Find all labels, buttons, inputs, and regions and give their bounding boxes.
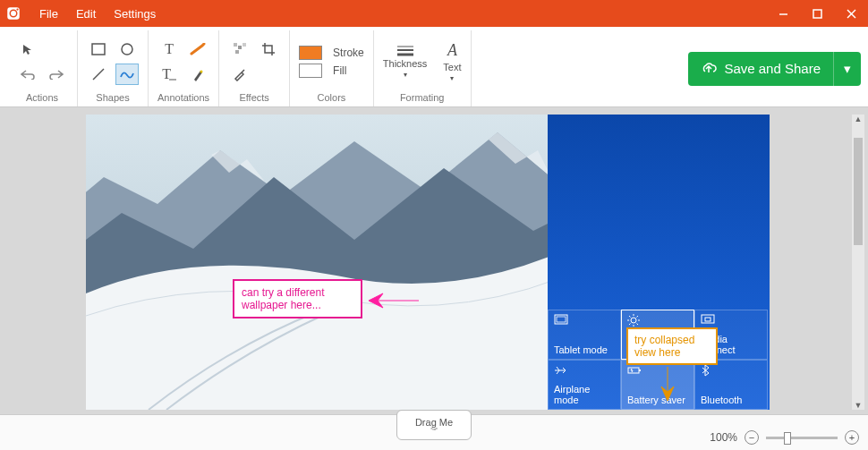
canvas-area: Tablet mode Display Media connect Airpla… (0, 107, 868, 414)
vertical-scrollbar[interactable]: ▲ ▼ (852, 115, 864, 410)
zoom-slider[interactable] (766, 437, 838, 439)
fill-swatch[interactable] (299, 64, 322, 78)
close-button[interactable] (834, 0, 868, 27)
zoom-in-button[interactable]: + (845, 430, 859, 445)
save-and-share-button[interactable]: Save and Share ▾ (688, 52, 861, 86)
pointer-tool[interactable] (16, 38, 39, 60)
svg-rect-32 (628, 368, 639, 373)
maximize-button[interactable] (800, 0, 834, 27)
eyedropper-tool[interactable] (228, 64, 251, 85)
svg-line-9 (93, 69, 104, 80)
svg-rect-13 (238, 46, 242, 49)
group-shapes: Shapes (78, 30, 149, 106)
group-label: Shapes (96, 92, 129, 103)
annotation-callout-2[interactable]: try collapsed view here (626, 327, 718, 365)
stroke-swatch[interactable] (299, 46, 322, 60)
menu-settings[interactable]: Settings (106, 4, 163, 24)
cloud-upload-icon (701, 61, 717, 77)
title-bar: File Edit Settings (0, 0, 868, 27)
pixelate-tool[interactable] (228, 38, 251, 60)
freehand-tool[interactable] (115, 64, 139, 85)
svg-rect-33 (639, 369, 641, 371)
group-annotations: T T Annotations (149, 30, 219, 106)
group-label: Actions (26, 92, 58, 103)
zoom-slider-thumb[interactable] (784, 432, 791, 445)
svg-point-8 (122, 44, 132, 55)
tile-bluetooth[interactable]: Bluetooth (694, 360, 768, 410)
chevron-down-icon: ▾ (404, 71, 407, 79)
group-label: Formating (400, 92, 445, 103)
app-icon (0, 0, 27, 27)
line-tool[interactable] (87, 64, 110, 85)
bluetooth-icon (701, 364, 762, 379)
svg-point-2 (16, 8, 18, 10)
text-highlight-tool[interactable]: T (157, 64, 181, 85)
thickness-dropdown[interactable]: Thickness ▾ (383, 44, 428, 79)
ribbon-toolbar: Actions Shapes T T Annotations (0, 27, 868, 107)
redo-button[interactable] (45, 64, 68, 85)
svg-line-26 (629, 316, 631, 318)
svg-rect-20 (557, 317, 566, 322)
svg-rect-30 (702, 315, 714, 323)
scrollbar-thumb[interactable] (854, 138, 863, 245)
marker-tool[interactable] (186, 64, 209, 85)
svg-rect-4 (813, 10, 821, 18)
svg-line-29 (637, 316, 639, 318)
group-colors: Stroke Fill Colors (290, 30, 374, 106)
zoom-controls: 100% − + (710, 430, 859, 445)
drag-handle[interactable]: Drag Me ︾ (396, 410, 472, 440)
rectangle-tool[interactable] (87, 38, 110, 60)
svg-rect-7 (92, 44, 105, 55)
scroll-down-icon[interactable]: ▼ (855, 401, 863, 410)
group-label: Effects (239, 92, 268, 103)
svg-rect-15 (235, 50, 239, 54)
tile-tablet-mode[interactable]: Tablet mode (548, 310, 621, 360)
chevron-down-icon: ︾ (430, 428, 438, 433)
crop-tool[interactable] (257, 38, 280, 60)
svg-rect-12 (234, 43, 237, 47)
scroll-up-icon[interactable]: ▲ (855, 115, 863, 123)
zoom-out-button[interactable]: − (745, 430, 759, 445)
ellipse-tool[interactable] (115, 38, 139, 60)
pen-tool[interactable] (186, 38, 209, 60)
zoom-level: 100% (710, 431, 737, 444)
svg-point-21 (631, 318, 636, 323)
cast-icon (701, 314, 762, 327)
save-dropdown[interactable]: ▾ (834, 61, 861, 77)
group-label: Colors (318, 92, 346, 103)
status-bar: Drag Me ︾ 100% − + (0, 414, 868, 450)
stroke-label: Stroke (333, 47, 364, 59)
wallpaper-scene (86, 115, 548, 410)
undo-button[interactable] (16, 64, 39, 85)
svg-rect-31 (705, 318, 711, 321)
group-label: Annotations (157, 92, 209, 103)
text-format-dropdown[interactable]: A Text ▾ (443, 41, 461, 82)
svg-point-11 (200, 70, 203, 72)
airplane-icon (554, 364, 615, 379)
group-actions: Actions (7, 30, 78, 106)
annotation-arrow-1[interactable] (367, 290, 421, 311)
tablet-icon (554, 314, 615, 327)
tile-airplane-mode[interactable]: Airplane mode (548, 360, 621, 410)
menu-file[interactable]: File (32, 4, 65, 24)
annotation-arrow-2[interactable] (658, 365, 677, 403)
group-effects: Effects (219, 30, 290, 106)
group-formatting: Thickness ▾ A Text ▾ Formating (374, 30, 472, 106)
chevron-down-icon: ▾ (450, 74, 454, 82)
svg-rect-14 (243, 43, 246, 47)
minimize-button[interactable] (766, 0, 800, 27)
text-tool[interactable]: T (157, 38, 181, 60)
svg-line-27 (637, 324, 639, 326)
annotation-callout-1[interactable]: can try a different wallpaper here... (233, 279, 362, 318)
svg-line-28 (629, 324, 631, 326)
menu-edit[interactable]: Edit (69, 4, 103, 24)
fill-label: Fill (333, 64, 346, 77)
